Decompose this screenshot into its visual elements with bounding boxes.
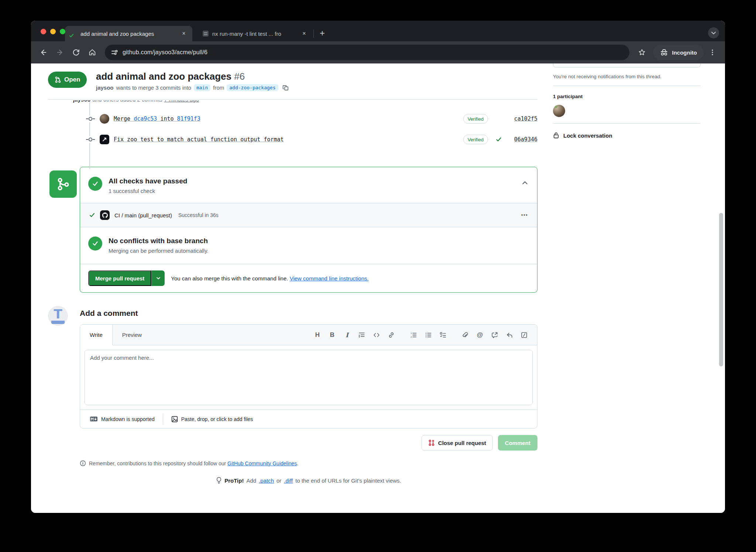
italic-icon[interactable]: I <box>341 329 353 341</box>
heading-icon[interactable]: H <box>311 329 324 341</box>
pr-state-badge: Open <box>48 72 87 88</box>
cross-reference-icon[interactable] <box>488 329 501 341</box>
no-conflicts-icon <box>88 237 102 251</box>
community-guidelines-link[interactable]: GitHub Community Guidelines <box>227 460 297 466</box>
patch-link[interactable]: .patch <box>259 477 274 484</box>
markdown-supported[interactable]: Markdown is supported <box>82 416 163 422</box>
commit-author-avatar[interactable] <box>100 114 109 124</box>
sha-link[interactable]: 81f91f3 <box>177 115 200 122</box>
checks-title: All checks have passed <box>109 177 187 185</box>
merge-pull-request-button[interactable]: Merge pull request <box>88 270 151 286</box>
pr-title: add animal and zoo packages #6 <box>48 63 537 82</box>
timeline-timestamp[interactable]: 7 minutes ago <box>164 100 199 103</box>
numbered-list-icon[interactable]: 12 <box>407 329 420 341</box>
back-icon[interactable] <box>36 45 51 60</box>
participant-avatar[interactable] <box>553 105 565 117</box>
sidebar-divider <box>553 86 701 86</box>
check-success-icon <box>492 137 502 142</box>
commit-node-icon <box>86 136 95 143</box>
cli-merge-hint: You can also merge this with the command… <box>171 275 368 282</box>
comment-editor-footer: Markdown is supported Paste, drop, or cl… <box>80 410 537 428</box>
check-run-name[interactable]: CI / main (pull_request) <box>114 212 172 218</box>
maximize-window-button[interactable] <box>60 29 65 34</box>
timeline-author[interactable]: jaysoo <box>73 100 91 103</box>
link-icon[interactable] <box>385 329 398 341</box>
comment-editor: Write Preview H B I <box>80 324 537 428</box>
address-bar[interactable]: github.com/jaysoo3/acme/pull/6 <box>105 45 629 60</box>
url-text[interactable]: github.com/jaysoo3/acme/pull/6 <box>123 49 207 56</box>
page-scrollbar[interactable] <box>719 213 723 366</box>
paste-drop-files[interactable]: Paste, drop, or click to add files <box>163 416 261 422</box>
pull-request-icon <box>55 76 61 83</box>
base-branch-chip[interactable]: main <box>194 84 210 91</box>
sha-link[interactable]: dca9c53 <box>134 115 157 122</box>
bookmark-star-icon[interactable] <box>635 45 649 60</box>
cli-instructions-link[interactable]: View command line instructions. <box>290 275 369 282</box>
commit-list: Merge dca9c53 into 81f91f3 Verified ca10… <box>86 108 537 150</box>
sidebar-divider <box>553 123 701 124</box>
minimize-window-button[interactable] <box>50 29 56 34</box>
pr-state-label: Open <box>64 76 80 83</box>
forward-icon[interactable] <box>52 45 67 60</box>
check-run-row[interactable]: CI / main (pull_request) Successful in 3… <box>80 203 537 227</box>
check-run-menu-icon[interactable]: ⋯ <box>521 211 528 219</box>
browser-menu-icon[interactable] <box>705 45 720 60</box>
verified-badge[interactable]: Verified <box>463 114 488 124</box>
head-branch-chip[interactable]: add-zoo-packages <box>227 84 278 91</box>
image-icon <box>171 416 178 422</box>
task-list-icon[interactable] <box>437 329 449 341</box>
close-window-button[interactable] <box>41 29 46 34</box>
pr-author[interactable]: jaysoo <box>96 84 114 91</box>
commit-message[interactable]: Merge dca9c53 into 81f91f3 <box>114 115 459 122</box>
markdown-toolbar: H B I <box>151 325 537 345</box>
collapse-checks-icon[interactable] <box>522 180 528 186</box>
tab-preview[interactable]: Preview <box>113 325 151 345</box>
commit-sha-link[interactable]: ca102f5 <box>506 115 537 122</box>
reload-icon[interactable] <box>69 45 83 60</box>
check-run-status: Successful in 36s <box>178 212 516 218</box>
tab-write[interactable]: Write <box>80 325 113 345</box>
saved-replies-icon[interactable] <box>503 329 516 341</box>
protip-label: ProTip! <box>224 477 244 484</box>
verified-badge[interactable]: Verified <box>463 135 488 144</box>
close-pull-request-button[interactable]: Close pull request <box>422 435 493 451</box>
lock-conversation[interactable]: Lock conversation <box>553 132 701 139</box>
checks-summary: All checks have passed 1 successful chec… <box>80 167 537 203</box>
diff-link[interactable]: .diff <box>284 477 293 484</box>
checks-passed-icon <box>88 177 102 191</box>
attach-file-icon[interactable] <box>459 329 471 341</box>
mention-icon[interactable]: @ <box>474 329 486 341</box>
new-tab-button[interactable]: + <box>317 28 328 38</box>
commit-app-avatar[interactable] <box>100 135 109 144</box>
copy-branch-icon[interactable] <box>282 84 289 91</box>
comment-submit-button[interactable]: Comment <box>498 435 537 451</box>
tab-search-button[interactable] <box>708 27 719 38</box>
tab-label: nx run-many -t lint test ... fro <box>212 31 296 37</box>
comment-textarea[interactable] <box>85 350 533 405</box>
merge-actions: Merge pull request You can also merge th… <box>80 264 537 292</box>
bullet-list-icon[interactable] <box>422 329 434 341</box>
commit-sha-link[interactable]: 06a9346 <box>506 136 537 143</box>
tab-close-icon[interactable]: × <box>180 30 188 38</box>
participants-label: 1 participant <box>553 94 701 99</box>
add-comment-heading: Add a comment <box>80 309 138 318</box>
home-icon[interactable] <box>85 45 100 60</box>
svg-text:2: 2 <box>410 335 412 338</box>
notifications-button-clipped[interactable] <box>553 63 701 68</box>
tab-close-icon[interactable]: × <box>300 30 308 38</box>
incognito-icon <box>660 48 669 56</box>
code-icon[interactable] <box>370 329 383 341</box>
incognito-label: Incognito <box>672 49 697 56</box>
svg-text:1: 1 <box>410 332 412 334</box>
tab-pull-request[interactable]: add animal and zoo packages × <box>65 26 192 41</box>
commit-message[interactable]: Fix zoo test to match actual function ou… <box>114 136 459 143</box>
slash-commands-icon[interactable] <box>518 329 530 341</box>
github-actions-avatar <box>100 210 110 220</box>
commit-row: Merge dca9c53 into 81f91f3 Verified ca10… <box>86 108 537 129</box>
site-settings-icon[interactable] <box>111 49 118 56</box>
bold-icon[interactable]: B <box>326 329 339 341</box>
window-controls[interactable] <box>41 29 65 34</box>
quote-icon[interactable] <box>355 329 368 341</box>
merge-options-dropdown[interactable] <box>151 270 165 286</box>
tab-nx-terminal[interactable]: nx run-many -t lint test ... fro × <box>197 26 313 41</box>
